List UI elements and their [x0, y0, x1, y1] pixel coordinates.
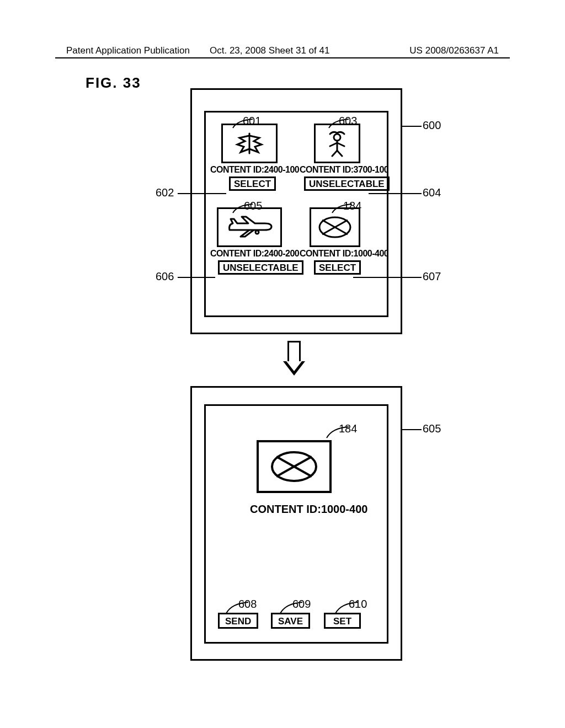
lead-605b [401, 429, 422, 430]
airplane-icon [224, 213, 275, 241]
lead-184b [326, 426, 350, 440]
ellipse-x-icon [316, 213, 354, 241]
ellipse-x-icon [265, 447, 323, 486]
content-id-1: CONTENT ID:2400-100 [210, 165, 299, 175]
lead-603 [328, 118, 350, 130]
content-id-2: CONTENT ID:3700-100 [300, 165, 388, 175]
content-id-4: CONTENT ID:1000-400 [300, 249, 388, 259]
header-rule [55, 57, 510, 58]
callout-602: 602 [156, 186, 174, 199]
lead-607 [353, 277, 422, 278]
select-button-4[interactable]: SELECT [314, 260, 361, 275]
lead-606 [178, 277, 215, 278]
lead-608 [225, 601, 249, 615]
header-mid: Oct. 23, 2008 Sheet 31 of 41 [210, 45, 329, 56]
device-frame-2: CONTENT ID:1000-400 SEND SAVE SET [190, 386, 402, 661]
lead-602 [178, 193, 226, 194]
lead-604 [369, 193, 422, 194]
svg-point-1 [255, 231, 259, 234]
lead-600 [401, 126, 422, 127]
unselectable-button-3[interactable]: UNSELECTABLE [218, 260, 303, 275]
figure-label: FIG. 33 [86, 74, 141, 92]
leaf-icon [233, 130, 266, 157]
device-frame-1: CONTENT ID:2400-100 SELECT CONTENT ID:37… [190, 88, 402, 334]
lead-601 [232, 118, 254, 130]
header-right: US 2008/0263637 A1 [409, 45, 499, 56]
callout-607: 607 [423, 270, 441, 283]
svg-point-0 [334, 134, 340, 141]
content-id-3: CONTENT ID:2400-200 [210, 249, 299, 259]
callout-604: 604 [423, 186, 441, 199]
callout-606: 606 [156, 270, 174, 283]
header-left: Patent Application Publication [66, 45, 190, 56]
person-icon [324, 130, 350, 157]
callout-600: 600 [423, 119, 441, 132]
down-arrow-icon [286, 341, 302, 376]
thumbnail-ellipse-x-large [257, 440, 332, 493]
callout-605b: 605 [423, 422, 441, 435]
content-id-5: CONTENT ID:1000-400 [250, 503, 367, 516]
unselectable-button-2[interactable]: UNSELECTABLE [304, 176, 390, 191]
lead-610 [334, 601, 359, 615]
select-button-1[interactable]: SELECT [229, 176, 276, 191]
page-header: Patent Application Publication Oct. 23, … [66, 45, 499, 56]
lead-605 [232, 203, 254, 215]
lead-609 [279, 601, 303, 615]
lead-184a [331, 203, 353, 215]
